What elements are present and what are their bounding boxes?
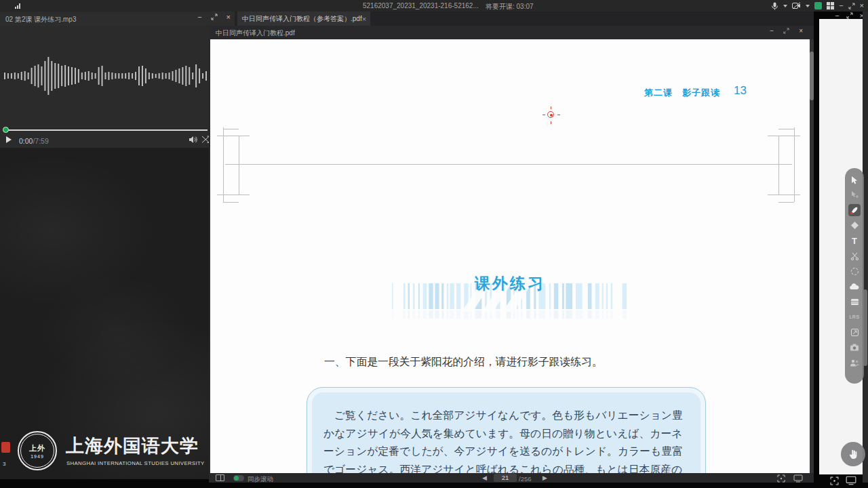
camera-tool[interactable]: [848, 342, 861, 354]
pen-tool[interactable]: [848, 204, 861, 216]
doc-titlebar: 中日同声传译入门教程.pdf − ×: [209, 26, 814, 39]
fullscreen-icon[interactable]: [793, 474, 803, 483]
layout-grid-icon[interactable]: [827, 2, 834, 9]
audio-close-button[interactable]: ×: [226, 14, 231, 21]
crop-mark: [778, 202, 794, 203]
video-area: [0, 148, 209, 479]
audio-progress-handle[interactable]: [3, 127, 9, 133]
doc-close-button[interactable]: ×: [799, 28, 803, 35]
participants-tool[interactable]: [848, 357, 861, 369]
pdf-statusbar: 同步滚动 ◀ 21 /256 ▶: [209, 473, 814, 483]
volume-icon[interactable]: [189, 136, 198, 144]
share-active-icon[interactable]: [814, 2, 822, 9]
crop-mark: [778, 129, 794, 129]
passage-box: ご覧ください。これ全部アジサイなんです。色も形もバリエーション豊 かなアジサイが…: [307, 387, 706, 473]
audio-minimize-button[interactable]: −: [197, 14, 201, 21]
detach-icon[interactable]: [201, 136, 209, 144]
raise-hand-button[interactable]: [841, 442, 865, 466]
current-page-input[interactable]: 21: [494, 474, 517, 482]
doc-title: 中日同声传译入门教程.pdf: [216, 28, 295, 38]
close-button[interactable]: ×: [860, 2, 864, 9]
system-topbar: 52162037_20231_20231-216-52162... 将要开课: …: [0, 0, 868, 12]
sidebar-toggle-icon[interactable]: [216, 474, 224, 481]
taskbar-red-icon[interactable]: [1, 442, 10, 453]
pdf-window: 中日同声传译入门教程.pdf − × 第二课 影子跟读 13 课外练习: [209, 26, 814, 483]
pdf-scrollbar-thumb[interactable]: [810, 52, 814, 100]
pdf-scrollbar[interactable]: [810, 39, 814, 473]
crop-mark: [768, 195, 800, 195]
total-pages-label: /256: [519, 475, 532, 483]
prev-page-button[interactable]: ◀: [482, 474, 487, 481]
export-tool[interactable]: [848, 326, 861, 338]
page-header: 第二课 影子跟读: [644, 87, 720, 99]
camera-off-icon[interactable]: [792, 2, 801, 9]
university-seal: 上外 1949: [18, 431, 57, 470]
audio-waveform: [4, 49, 208, 103]
microphone-icon[interactable]: [771, 2, 778, 10]
crop-mark: [223, 129, 239, 129]
pdf-tab[interactable]: 中日同声传译入门教程（参考答案）.pdf ×: [237, 12, 370, 26]
crop-mark: [217, 136, 250, 136]
laser-pointer: [542, 106, 560, 124]
play-button[interactable]: [6, 136, 12, 143]
camera-dropdown-caret[interactable]: [806, 5, 810, 7]
section-title: 课外练习: [210, 273, 810, 294]
crop-mark: [223, 202, 239, 203]
crop-mark: [239, 136, 239, 195]
cloud-tool[interactable]: [848, 281, 861, 293]
highlighter-tool[interactable]: [848, 220, 861, 232]
sync-scroll-label: 同步滚动: [248, 475, 273, 484]
audio-progress-bar[interactable]: [7, 129, 208, 131]
university-name-cn: 上海外国语大学: [66, 434, 199, 458]
monitor-icon[interactable]: [846, 476, 856, 485]
exercise-instruction: 一、下面是一段关于紫阳花的介绍，请进行影子跟读练习。: [324, 355, 603, 369]
audio-window-titlebar: 02 第2课 课外练习.mp3 − ×: [0, 12, 235, 26]
select-tool[interactable]: [848, 189, 861, 201]
crop-mark: [217, 195, 250, 195]
trim-line: [225, 164, 792, 165]
crop-mark: [778, 136, 779, 195]
pdf-page: 第二课 影子跟读 13 课外练习 一、下面是一段关于紫阳花的介绍，: [210, 39, 810, 473]
scissors-tool[interactable]: [848, 250, 861, 262]
rw-restore-button[interactable]: [846, 12, 853, 19]
text-tool[interactable]: T: [848, 235, 861, 247]
rw-minimize-button[interactable]: −: [835, 12, 839, 20]
passage-text: ご覧ください。これ全部アジサイなんです。色も形もバリエーション豊 かなアジサイが…: [323, 407, 683, 473]
next-page-button[interactable]: ▶: [542, 474, 547, 481]
audio-window-title: 02 第2课 课外练习.mp3: [5, 15, 76, 24]
minimize-button[interactable]: −: [839, 2, 843, 9]
audio-time: 0:00/7:59: [19, 137, 49, 145]
signal-icon: [15, 3, 20, 9]
taskbar-badge-count: 3: [3, 461, 5, 467]
tab-close-icon[interactable]: ×: [362, 15, 366, 23]
annotation-toolbar: T LRS: [845, 168, 864, 384]
mic-dropdown-caret[interactable]: [783, 5, 787, 7]
page-number: 13: [734, 84, 747, 98]
lrs-tool[interactable]: LRS: [848, 311, 861, 323]
restore-button[interactable]: [848, 3, 855, 9]
eraser-tool[interactable]: [848, 296, 861, 308]
fit-page-icon[interactable]: [777, 474, 785, 483]
university-name-en: SHANGHAI INTERNATIONAL STUDIES UNIVERSIT…: [66, 460, 205, 466]
pdf-tabbar: 中日同声传译入门教程（参考答案）.pdf ×: [235, 12, 814, 26]
cursor-tool[interactable]: [848, 174, 861, 186]
sync-scroll-toggle[interactable]: [233, 475, 244, 481]
crop-mark: [223, 127, 224, 202]
shape-tool[interactable]: [848, 265, 861, 277]
audio-player-window: 0:00/7:59 上外 1949 上海外国语大学 SHANGHAI INTER…: [0, 26, 209, 479]
fit-screen-icon[interactable]: [830, 476, 839, 485]
crop-mark: [768, 136, 800, 136]
class-countdown: 将要开课: 03:07: [486, 2, 534, 12]
crop-mark: [794, 127, 795, 202]
doc-minimize-button[interactable]: −: [770, 28, 774, 35]
session-title: 52162037_20231_20231-216-52162...: [363, 2, 479, 9]
audio-restore-button[interactable]: [211, 14, 218, 20]
doc-restore-button[interactable]: [783, 28, 789, 34]
